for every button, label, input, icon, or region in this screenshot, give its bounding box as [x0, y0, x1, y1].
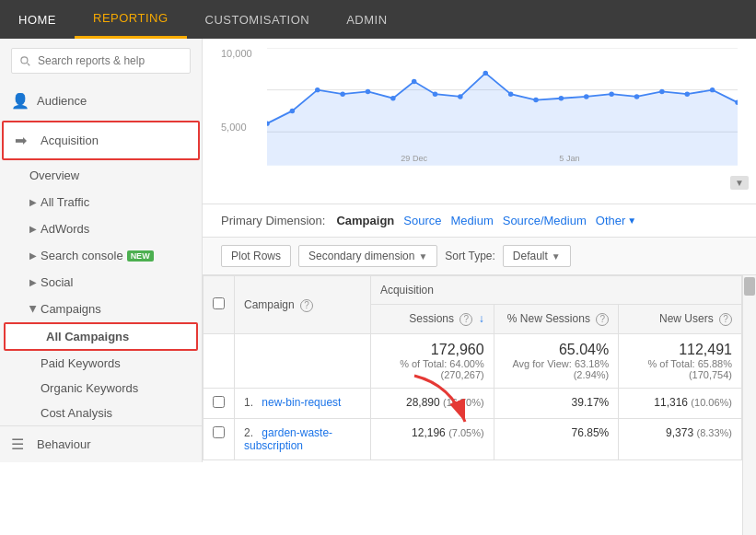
- secondary-controls: Plot Rows Secondary dimension ▼ Sort Typ…: [203, 238, 756, 275]
- svg-text:5 Jan: 5 Jan: [559, 154, 579, 163]
- svg-point-20: [685, 91, 690, 96]
- svg-point-10: [433, 91, 437, 96]
- total-new-users: 112,491 % of Total: 65.88% (170,754): [619, 334, 742, 389]
- svg-point-21: [710, 87, 715, 92]
- svg-point-17: [609, 91, 613, 96]
- totals-label: [235, 334, 371, 389]
- y-label-mid: 5,000: [221, 122, 252, 133]
- search-input[interactable]: [11, 48, 191, 74]
- svg-point-7: [366, 89, 370, 94]
- table-row: 2. garden-waste-subscription 12,196 (7.0…: [204, 419, 742, 460]
- svg-point-9: [412, 79, 416, 84]
- campaign-help-icon[interactable]: ?: [300, 299, 313, 312]
- sort-type-label: Sort Type:: [445, 250, 494, 262]
- sidebar-campaigns[interactable]: ▶ Campaigns: [0, 296, 202, 322]
- new-users-help-icon[interactable]: ?: [719, 313, 732, 326]
- chart-area: 10,000 5,000: [203, 39, 756, 204]
- sidebar-all-traffic[interactable]: ▶ All Traffic: [0, 189, 202, 215]
- arrow-icon: ▶: [29, 224, 37, 234]
- row2-new-sessions: 76.85%: [494, 419, 619, 460]
- line-chart: 29 Dec 5 Jan: [267, 48, 738, 166]
- scroll-thumb[interactable]: [744, 277, 755, 296]
- sidebar-adwords[interactable]: ▶ AdWords: [0, 215, 202, 242]
- row1-checkbox-cell: [204, 389, 235, 419]
- row1-new-users: 11,316 (10.06%): [619, 389, 742, 419]
- y-label-top: 10,000: [221, 48, 252, 59]
- svg-point-8: [390, 96, 395, 100]
- table-scrollbar[interactable]: [742, 275, 756, 535]
- other-caret-icon: ▼: [627, 215, 636, 226]
- svg-point-12: [483, 71, 488, 76]
- sidebar-paid-keywords[interactable]: Paid Keywords: [0, 351, 202, 376]
- sidebar-item-behaviour[interactable]: ☰ Behaviour: [0, 426, 202, 462]
- behaviour-icon: ☰: [11, 436, 29, 453]
- new-badge: NEW: [127, 250, 154, 262]
- chart-scroll-btn[interactable]: ▼: [730, 176, 749, 190]
- dim-medium[interactable]: Medium: [450, 214, 493, 227]
- secondary-dim-dropdown[interactable]: Secondary dimension ▼: [298, 245, 437, 267]
- arrow-icon: ▶: [29, 277, 37, 287]
- primary-dim-label: Primary Dimension:: [221, 214, 325, 227]
- svg-point-6: [340, 91, 344, 96]
- row1-campaign: 1. new-bin-request: [235, 389, 371, 419]
- plot-rows-button[interactable]: Plot Rows: [221, 245, 291, 267]
- campaign-header: Campaign ?: [235, 276, 371, 334]
- svg-text:29 Dec: 29 Dec: [401, 154, 427, 163]
- row2-campaign-link[interactable]: garden-waste-subscription: [244, 426, 332, 452]
- sidebar-all-campaigns[interactable]: All Campaigns: [4, 322, 198, 351]
- secondary-dim-caret-icon: ▼: [418, 251, 427, 262]
- sessions-help-icon[interactable]: ?: [459, 313, 472, 326]
- sidebar-cost-analysis[interactable]: Cost Analysis: [0, 401, 202, 425]
- audience-icon: 👤: [11, 92, 29, 110]
- nav-home[interactable]: HOME: [0, 0, 75, 39]
- select-all-header[interactable]: [204, 276, 235, 334]
- sidebar-social[interactable]: ▶ Social: [0, 269, 202, 296]
- sessions-sort-icon: ↓: [479, 312, 484, 325]
- row2-sessions: 12,196 (7.05%): [370, 419, 494, 460]
- nav-admin[interactable]: ADMIN: [328, 0, 405, 39]
- dim-source[interactable]: Source: [403, 214, 441, 227]
- row1-checkbox[interactable]: [213, 396, 225, 408]
- sort-type-dropdown[interactable]: Default ▼: [503, 245, 571, 267]
- row2-new-users: 9,373 (8.33%): [619, 419, 742, 460]
- primary-dim-controls: Primary Dimension: Campaign Source Mediu…: [203, 204, 756, 238]
- sidebar-overview[interactable]: Overview: [0, 162, 202, 189]
- svg-point-4: [290, 109, 295, 113]
- svg-point-5: [315, 87, 320, 92]
- acquisition-group-header: Acquisition: [370, 276, 741, 305]
- svg-point-11: [458, 94, 462, 99]
- arrow-icon: ▶: [29, 197, 37, 207]
- sidebar-search-console[interactable]: ▶ Search console NEW: [0, 242, 202, 269]
- top-nav: HOME REPORTING CUSTOMISATION ADMIN: [0, 0, 756, 39]
- sessions-header[interactable]: Sessions ? ↓: [370, 305, 494, 334]
- sidebar-organic-keywords[interactable]: Organic Keywords: [0, 376, 202, 401]
- acquisition-icon: ➡: [15, 132, 33, 149]
- dim-other[interactable]: Other ▼: [596, 214, 636, 227]
- arrow-icon: ▶: [29, 250, 37, 261]
- dim-campaign[interactable]: Campaign: [336, 214, 394, 227]
- sort-caret-icon: ▼: [552, 251, 561, 262]
- svg-point-16: [584, 94, 588, 99]
- sidebar-item-audience[interactable]: 👤 Audience: [0, 83, 202, 119]
- sidebar-item-acquisition[interactable]: ➡ Acquisition: [2, 121, 200, 160]
- new-sessions-help-icon[interactable]: ?: [596, 313, 609, 326]
- row2-checkbox[interactable]: [213, 426, 225, 438]
- svg-point-19: [659, 89, 664, 94]
- totals-row: 172,960 % of Total: 64.00% (270,267) 65.…: [204, 334, 742, 389]
- row2-checkbox-cell: [204, 419, 235, 460]
- arrow-icon: ▶: [29, 306, 39, 313]
- dim-source-medium[interactable]: Source/Medium: [503, 214, 587, 227]
- row1-campaign-link[interactable]: new-bin-request: [262, 396, 341, 409]
- new-sessions-header: % New Sessions ?: [494, 305, 619, 334]
- select-all-checkbox[interactable]: [213, 297, 225, 309]
- row2-campaign: 2. garden-waste-subscription: [235, 419, 371, 460]
- nav-customisation[interactable]: CUSTOMISATION: [187, 0, 329, 39]
- new-users-header: New Users ?: [619, 305, 742, 334]
- sidebar: 👤 Audience ➡ Acquisition Overview ▶ All …: [0, 39, 203, 535]
- chart-y-labels: 10,000 5,000: [221, 48, 252, 195]
- total-sessions: 172,960 % of Total: 64.00% (270,267): [370, 334, 494, 389]
- row1-new-sessions: 39.17%: [494, 389, 619, 419]
- nav-reporting[interactable]: REPORTING: [75, 0, 187, 39]
- row1-sessions: 28,890 (16.70%): [370, 389, 494, 419]
- campaigns-table: Campaign ? Acquisition Sessions ?: [203, 275, 742, 460]
